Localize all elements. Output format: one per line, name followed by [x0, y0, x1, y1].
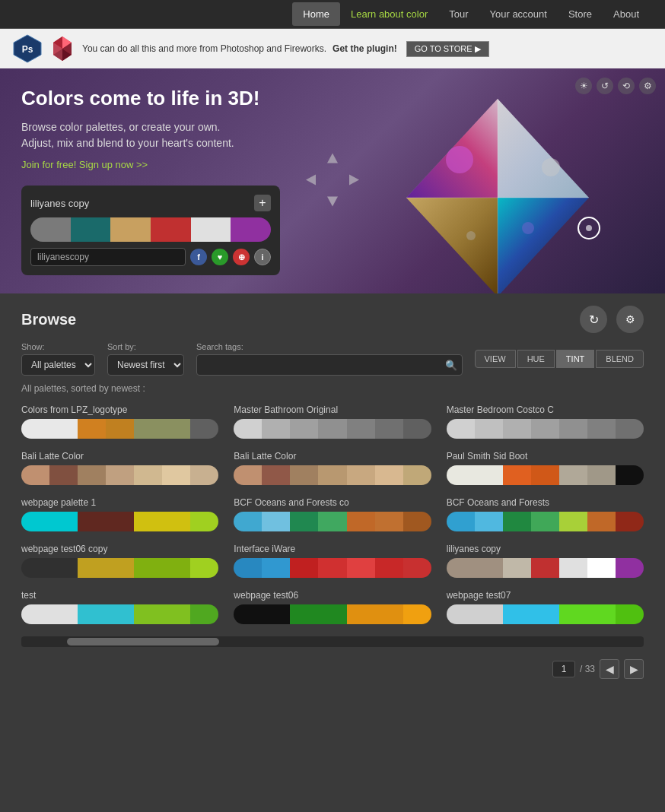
palette-segment	[403, 604, 431, 624]
plugin-cta-text: Get the plugin!	[332, 43, 397, 54]
palette-segment	[134, 604, 162, 624]
nav-home[interactable]: Home	[292, 2, 340, 26]
palette-item[interactable]: Interface iWare	[234, 544, 431, 578]
palette-item[interactable]: liliyanes copy	[447, 544, 644, 578]
palette-segment	[447, 604, 475, 624]
scroll-thumb[interactable]	[67, 638, 219, 645]
nav-tour[interactable]: Tour	[438, 2, 479, 26]
palette-item-title: Master Bedroom Costco C	[447, 404, 644, 415]
palette-segment	[587, 512, 616, 531]
scroll-area[interactable]	[21, 636, 644, 647]
palette-item-title: test	[21, 590, 218, 601]
palette-segment	[106, 419, 134, 439]
palette-segment	[375, 558, 403, 578]
palette-segment	[49, 604, 78, 624]
palette-segment	[347, 558, 375, 578]
palette-item-title: liliyanes copy	[447, 544, 644, 554]
palette-item[interactable]: webpage test06	[234, 590, 431, 624]
palette-item[interactable]: test	[21, 590, 218, 624]
refresh-button[interactable]: ↻	[580, 306, 607, 333]
palette-segment	[616, 465, 644, 485]
palette-item[interactable]: BCF Oceans and Forests co	[234, 497, 431, 531]
palette-segment	[403, 558, 431, 578]
view-btn-hue[interactable]: HUE	[517, 350, 555, 368]
palette-segment	[559, 558, 587, 578]
palette-add-button[interactable]: +	[254, 195, 271, 211]
page-input[interactable]: 1	[552, 661, 575, 677]
search-icon-button[interactable]: 🔍	[445, 360, 457, 371]
view-buttons: VIEW HUE TINT BLEND	[475, 350, 644, 368]
palette-item-title: webpage test06 copy	[21, 544, 218, 554]
palette-item[interactable]: webpage test06 copy	[21, 544, 218, 578]
plugin-banner-text: You can do all this and more from Photos…	[82, 43, 326, 54]
palette-item[interactable]: BCF Oceans and Forests	[447, 497, 644, 531]
palette-segment	[49, 558, 78, 578]
page-prev-button[interactable]: ◀	[600, 659, 619, 679]
status-text: All palettes, sorted by newest :	[21, 383, 644, 394]
svg-marker-25	[327, 197, 338, 207]
ps-logo-icon: Ps	[12, 33, 43, 64]
palette-item[interactable]: Paul Smith Sid Boot	[447, 451, 644, 485]
go-to-store-button[interactable]: GO TO STORE ▶	[406, 41, 489, 57]
palette-segment	[375, 512, 403, 531]
palette-segment	[447, 512, 475, 531]
share-icon[interactable]: ⊕	[233, 249, 250, 265]
facebook-icon[interactable]: f	[190, 249, 207, 265]
search-input[interactable]	[202, 357, 445, 373]
swatch-6	[231, 217, 271, 242]
palette-username-input[interactable]: liliyanescopy	[30, 248, 186, 266]
sort-select[interactable]: Newest first Oldest first Most votes	[107, 354, 184, 376]
featured-palette-card: liliyanes copy + liliyanescopy f ♥ ⊕ i	[21, 186, 280, 275]
palette-segment	[475, 465, 503, 485]
nav-account[interactable]: Your account	[479, 2, 558, 26]
palette-segment	[447, 419, 475, 439]
colourlovers-icon[interactable]: ♥	[212, 249, 228, 265]
nav-store[interactable]: Store	[558, 2, 603, 26]
palette-segment	[531, 558, 559, 578]
palette-segment	[587, 419, 616, 439]
palette-bar	[21, 558, 218, 578]
palette-segment	[106, 604, 134, 624]
swatch-2	[71, 217, 111, 242]
palette-segment	[587, 558, 616, 578]
palette-segment	[403, 512, 431, 531]
palette-segment	[616, 558, 644, 578]
hero-reset-btn[interactable]: ⟲	[618, 78, 635, 94]
color-gem-icon	[49, 35, 76, 62]
palette-segment	[162, 419, 190, 439]
palette-item[interactable]: Master Bedroom Costco C	[447, 404, 644, 439]
palette-item[interactable]: Bali Latte Color	[234, 451, 431, 485]
palette-item-title: Paul Smith Sid Boot	[447, 451, 644, 462]
palette-card-title: liliyanes copy	[30, 198, 89, 209]
view-btn-view[interactable]: VIEW	[475, 350, 516, 368]
info-icon[interactable]: i	[254, 249, 271, 265]
hero-sun-btn[interactable]: ☀	[575, 78, 592, 94]
palette-segment	[21, 465, 49, 485]
nav-learn[interactable]: Learn about color	[340, 2, 438, 26]
palette-segment	[162, 604, 190, 624]
palette-item[interactable]: Master Bathroom Original	[234, 404, 431, 439]
palette-item[interactable]: Bali Latte Color	[21, 451, 218, 485]
palette-segment	[234, 512, 262, 531]
hero-settings-btn[interactable]: ⚙	[639, 78, 656, 94]
palette-segment	[78, 558, 106, 578]
palette-segment	[616, 604, 644, 624]
palette-segment	[318, 558, 346, 578]
view-btn-tint[interactable]: TINT	[556, 350, 594, 368]
palette-item[interactable]: Colors from LPZ_logotype	[21, 404, 218, 439]
palette-item[interactable]: webpage palette 1	[21, 497, 218, 531]
nav-about[interactable]: About	[603, 2, 650, 26]
show-select[interactable]: All palettes	[21, 354, 95, 376]
palette-segment	[106, 512, 134, 531]
search-group: Search tags: 🔍	[196, 342, 463, 376]
palette-segment	[162, 512, 190, 531]
page-next-button[interactable]: ▶	[624, 659, 644, 679]
browse-header: Browse ↻ ⚙	[21, 306, 644, 333]
palette-segment	[559, 604, 587, 624]
filter-button[interactable]: ⚙	[616, 306, 644, 333]
palette-bar	[234, 419, 431, 439]
view-btn-blend[interactable]: BLEND	[596, 350, 644, 368]
hero-rotate-btn[interactable]: ↺	[597, 78, 613, 94]
palette-item[interactable]: webpage test07	[447, 590, 644, 624]
palette-bar	[447, 465, 644, 485]
